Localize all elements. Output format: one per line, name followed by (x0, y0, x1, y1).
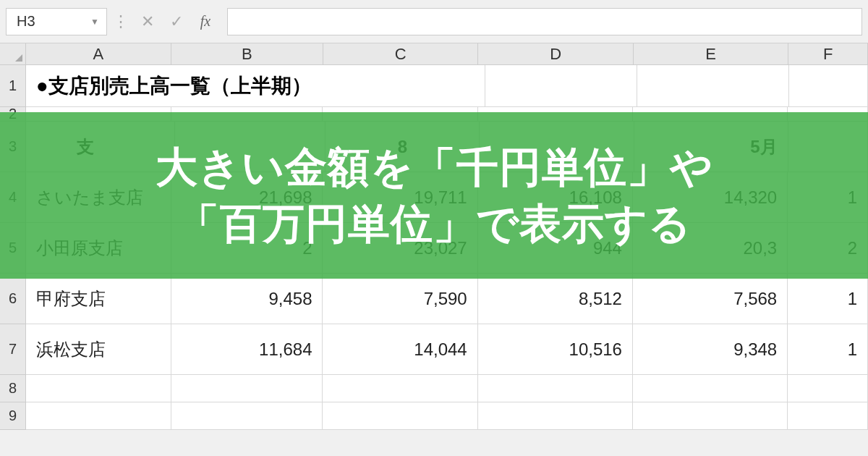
cell[interactable]: 1 (788, 274, 868, 324)
cell[interactable]: 7,590 (323, 274, 477, 324)
cell[interactable]: 甲府支店 (26, 274, 171, 324)
overlay-line2: 「百万円単位」で表示する (177, 200, 692, 247)
row-header-8[interactable]: 8 (0, 375, 26, 402)
cell[interactable] (26, 375, 171, 402)
cell[interactable] (485, 65, 637, 107)
col-header-b[interactable]: B (171, 43, 323, 65)
row-header-9[interactable]: 9 (0, 402, 26, 430)
cell[interactable]: 8,512 (478, 274, 633, 324)
cell[interactable] (323, 402, 477, 430)
cell[interactable] (633, 375, 788, 402)
cell[interactable] (788, 402, 868, 430)
cell[interactable]: 7,568 (633, 274, 788, 324)
name-box[interactable]: H3 ▼ (6, 8, 107, 35)
col-header-d[interactable]: D (478, 43, 634, 65)
cell[interactable] (633, 402, 788, 430)
cancel-button[interactable]: ✕ (133, 8, 162, 35)
title-cell[interactable]: ●支店別売上高一覧（上半期） (26, 65, 185, 107)
name-box-value: H3 (17, 13, 35, 30)
gripper-icon: ⋮ (107, 12, 133, 31)
row-7: 7 浜松支店 11,684 14,044 10,516 9,348 1 (0, 324, 868, 375)
cell[interactable]: 14,044 (323, 324, 477, 375)
row-1: 1 ●支店別売上高一覧（上半期） (0, 65, 868, 107)
row-9: 9 (0, 402, 868, 430)
cell[interactable]: 10,516 (478, 324, 633, 375)
row-8: 8 (0, 375, 868, 402)
cell[interactable] (478, 375, 633, 402)
cell[interactable]: 1 (788, 324, 868, 375)
cell[interactable] (171, 375, 323, 402)
cell[interactable]: 9,348 (633, 324, 788, 375)
cell[interactable] (323, 375, 477, 402)
cell[interactable] (171, 402, 323, 430)
cell[interactable] (26, 402, 171, 430)
overlay-banner: 大きい金額を「千円単位」や 「百万円単位」で表示する (0, 112, 868, 279)
column-headers: A B C D E F (0, 43, 868, 65)
overlay-title: 大きい金額を「千円単位」や 「百万円単位」で表示する (156, 139, 713, 253)
cell[interactable]: 浜松支店 (26, 324, 171, 375)
cell[interactable] (788, 375, 868, 402)
check-icon: ✓ (170, 12, 183, 31)
cell[interactable] (637, 65, 789, 107)
row-header-1[interactable]: 1 (0, 65, 26, 107)
row-header-7[interactable]: 7 (0, 324, 26, 375)
cell[interactable]: 9,458 (171, 274, 323, 324)
cell[interactable] (478, 402, 633, 430)
overlay-line1: 大きい金額を「千円単位」や (156, 143, 713, 190)
col-header-c[interactable]: C (323, 43, 479, 65)
cell[interactable] (789, 65, 868, 107)
formula-input[interactable] (227, 8, 862, 35)
chevron-down-icon: ▼ (90, 17, 99, 27)
confirm-button[interactable]: ✓ (162, 8, 191, 35)
col-header-e[interactable]: E (634, 43, 789, 65)
formula-bar: H3 ▼ ⋮ ✕ ✓ fx (0, 0, 868, 43)
fx-button[interactable]: fx (191, 8, 220, 35)
col-header-a[interactable]: A (26, 43, 171, 65)
col-header-f[interactable]: F (788, 43, 868, 65)
cell[interactable] (185, 65, 333, 107)
row-6: 6 甲府支店 9,458 7,590 8,512 7,568 1 (0, 274, 868, 324)
cell[interactable] (333, 65, 485, 107)
row-header-6[interactable]: 6 (0, 274, 26, 324)
fx-label: fx (200, 13, 210, 30)
cell[interactable]: 11,684 (171, 324, 323, 375)
select-all-corner[interactable] (0, 43, 26, 65)
x-icon: ✕ (141, 12, 154, 31)
